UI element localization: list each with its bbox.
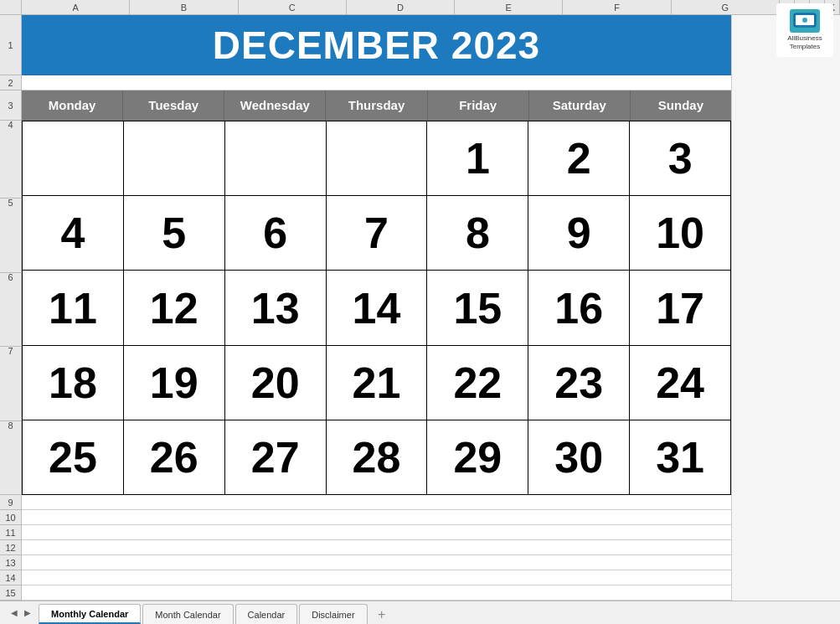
cell-w3-fri: 15 xyxy=(427,271,528,344)
week-row-3: 11 12 13 14 15 16 17 xyxy=(23,271,731,345)
day-saturday: Saturday xyxy=(529,90,631,121)
cell-w3-tue: 12 xyxy=(124,271,225,344)
cell-w4-thu: 21 xyxy=(327,346,428,420)
next-arrow[interactable]: ▶ xyxy=(22,607,33,619)
cell-w1-mon xyxy=(23,121,124,195)
cell-w3-sun: 17 xyxy=(630,271,731,344)
tab-monthly-calendar[interactable]: Monthly Calendar xyxy=(39,604,141,624)
cell-w2-mon: 4 xyxy=(23,196,124,270)
cell-w5-tue: 26 xyxy=(124,420,225,494)
logo-text: AllBusiness Templates xyxy=(787,34,822,52)
cell-w1-wed xyxy=(225,121,327,195)
col-header-g: G xyxy=(672,0,780,14)
column-header-bar: A B C D E F G H I J K xyxy=(0,0,840,15)
cell-w2-fri: 8 xyxy=(427,196,528,270)
cell-w2-wed: 6 xyxy=(225,196,327,270)
day-headers: Monday Tuesday Wednesday Thursday Friday… xyxy=(22,90,731,121)
calendar-title: DECEMBER 2023 xyxy=(213,23,540,68)
cell-w4-sun: 24 xyxy=(630,346,731,420)
col-header-b: B xyxy=(130,0,238,14)
cell-w5-wed: 27 xyxy=(225,420,327,494)
col-header-c: C xyxy=(239,0,347,14)
tab-bar: ◀ ▶ Monthly Calendar Month Calendar Cale… xyxy=(0,601,840,624)
cell-w3-sat: 16 xyxy=(528,271,630,344)
calendar-grid: 1 2 3 4 5 6 7 8 9 10 xyxy=(22,121,731,495)
logo-area: AllBusiness Templates xyxy=(776,3,833,57)
cell-w4-fri: 22 xyxy=(427,346,528,420)
cell-w5-mon: 25 xyxy=(23,420,124,494)
week-row-4: 18 19 20 21 22 23 24 xyxy=(23,346,731,420)
cell-w3-mon: 11 xyxy=(23,271,124,344)
day-monday: Monday xyxy=(22,90,123,121)
day-tuesday: Tuesday xyxy=(123,90,224,121)
cell-w3-thu: 14 xyxy=(327,271,428,344)
day-friday: Friday xyxy=(428,90,529,121)
cell-w2-sun: 10 xyxy=(630,196,731,270)
prev-arrow[interactable]: ◀ xyxy=(8,607,20,619)
tab-disclaimer[interactable]: Disclaimer xyxy=(299,604,367,624)
cell-w3-wed: 13 xyxy=(225,271,327,344)
cell-w4-mon: 18 xyxy=(23,346,124,420)
cell-w4-tue: 19 xyxy=(124,346,225,420)
cell-w2-tue: 5 xyxy=(124,196,225,270)
cell-w1-tue xyxy=(124,121,225,195)
nav-arrows[interactable]: ◀ ▶ xyxy=(3,601,39,624)
tab-calendar[interactable]: Calendar xyxy=(235,604,298,624)
svg-rect-2 xyxy=(797,25,812,27)
svg-point-3 xyxy=(802,18,807,23)
cell-w4-sat: 23 xyxy=(528,346,630,420)
cell-w1-thu xyxy=(327,121,428,195)
logo-icon xyxy=(790,9,820,33)
day-wednesday: Wednesday xyxy=(224,90,326,121)
cell-w2-thu: 7 xyxy=(327,196,428,270)
spacer-rows xyxy=(22,495,731,601)
week-row-2: 4 5 6 7 8 9 10 xyxy=(23,196,731,271)
right-sidebar: AllBusiness Templates xyxy=(731,15,840,601)
cell-w2-sat: 9 xyxy=(528,196,630,270)
add-tab-button[interactable]: + xyxy=(373,606,391,624)
tab-month-calendar[interactable]: Month Calendar xyxy=(142,604,233,624)
day-sunday: Sunday xyxy=(631,90,731,121)
day-thursday: Thursday xyxy=(326,90,427,121)
cell-w5-fri: 29 xyxy=(427,420,528,494)
col-header-f: F xyxy=(563,0,671,14)
col-header-a: A xyxy=(22,0,130,14)
week-row-5: 25 26 27 28 29 30 31 xyxy=(23,420,731,495)
calendar-title-row: DECEMBER 2023 xyxy=(22,15,731,75)
cell-w5-sat: 30 xyxy=(528,420,630,494)
week-row-1: 1 2 3 xyxy=(23,121,731,196)
cell-w4-wed: 20 xyxy=(225,346,327,420)
cell-w1-fri: 1 xyxy=(427,121,528,195)
col-header-d: D xyxy=(347,0,455,14)
row-numbers: 1 2 3 4 5 6 7 8 9 10 11 12 13 14 15 xyxy=(0,15,22,601)
col-header-e: E xyxy=(455,0,563,14)
cell-w5-sun: 31 xyxy=(630,420,731,494)
cell-w1-sun: 3 xyxy=(630,121,731,195)
cell-w1-sat: 2 xyxy=(528,121,630,195)
cell-w5-thu: 28 xyxy=(327,420,428,494)
row2-spacer xyxy=(22,75,731,90)
